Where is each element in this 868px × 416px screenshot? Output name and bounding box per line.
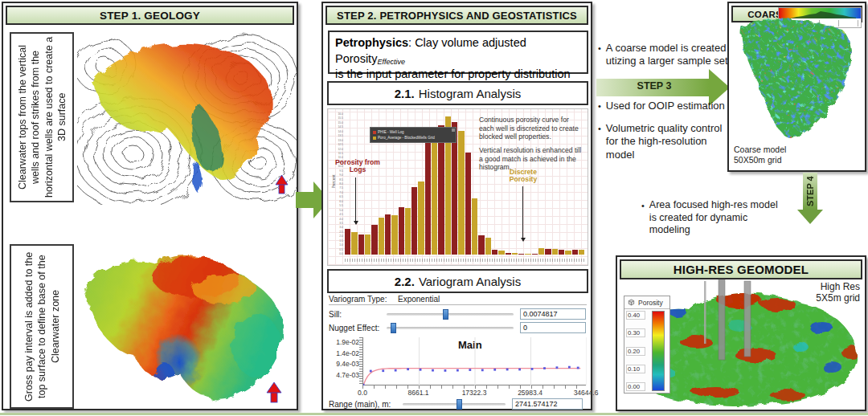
variogram-y-ruler xyxy=(359,337,362,385)
step2-header: STEP 2. PETROPHYSICS AND GEOSTATISTICS xyxy=(326,6,588,25)
tick-label: 13.5 xyxy=(338,134,343,137)
contour-map-image xyxy=(77,30,297,205)
nugget-slider[interactable] xyxy=(387,327,514,329)
step4-bullet: • Area focused high-res model is created… xyxy=(641,199,786,237)
tick-label: 9.4e-03 xyxy=(336,360,359,368)
tick-label: 1.4e-02 xyxy=(336,349,359,357)
histogram-bar xyxy=(532,254,538,255)
variogram-point xyxy=(493,369,496,371)
tick-label: 15.5 xyxy=(338,116,343,120)
section-2-2-title: Variogram Analysis xyxy=(419,275,521,288)
sill-slider[interactable] xyxy=(387,313,514,316)
tick-label: 7.5 xyxy=(339,186,343,190)
highres-header: HIGH-RES GEOMODEL xyxy=(620,259,862,279)
histogram-bar xyxy=(438,125,444,255)
histogram-x-axis xyxy=(345,259,584,262)
histogram-bar xyxy=(358,235,364,255)
range-value-field[interactable]: 2741.574172 xyxy=(512,398,583,410)
tick-label: 4.0 xyxy=(339,218,343,221)
variogram-point xyxy=(531,368,534,370)
histogram-bar xyxy=(525,254,530,255)
histogram-bar xyxy=(518,254,524,255)
variogram-point xyxy=(556,366,559,369)
nugget-slider-handle[interactable] xyxy=(391,323,396,333)
variogram-type-value[interactable]: Exponential xyxy=(398,295,440,304)
histogram-bar xyxy=(418,181,424,255)
bullet-marker: • xyxy=(598,42,601,68)
histogram-bar xyxy=(478,235,484,255)
variogram-type-label: Variogram Type: xyxy=(329,295,398,304)
tick-label: 3.5 xyxy=(339,222,343,225)
porosity-color-scale xyxy=(652,311,665,391)
variogram-point xyxy=(568,366,571,369)
nugget-value-field[interactable]: 0 xyxy=(520,322,586,333)
variogram-x-tick-labels: 0.08661.117322.325983.434644.6 xyxy=(362,389,586,397)
north-arrow-icon xyxy=(276,175,288,194)
histogram-bar xyxy=(458,131,464,255)
sill-slider-handle[interactable] xyxy=(443,309,448,320)
tick-label: 8.0 xyxy=(339,182,343,186)
tick-label: 8.5 xyxy=(339,178,343,181)
step4-arrow: STEP 4 xyxy=(797,173,823,224)
tick-label: 34644.6 xyxy=(574,389,599,397)
tick-label: 4.7e-03 xyxy=(336,371,359,379)
step1-caption-bottom: Gross pay interval is added to the top s… xyxy=(23,246,62,407)
histogram-bar xyxy=(565,251,571,255)
histogram-bar xyxy=(351,232,357,255)
tick-label: 15.0 xyxy=(338,121,343,124)
variogram-point xyxy=(481,369,484,371)
sill-value-field[interactable]: 0.0074817 xyxy=(520,308,586,320)
sill-label: Sill: xyxy=(329,310,387,319)
step1-caption-bottom-box: Gross pay interval is added to the top s… xyxy=(10,244,74,409)
variogram-widget: Variogram Type: Exponential Sill: 0.0074… xyxy=(327,295,588,408)
range-label: Range (main), m: xyxy=(329,400,403,409)
variogram-curve xyxy=(363,337,587,385)
variogram-point xyxy=(577,367,579,369)
variogram-point xyxy=(407,368,409,370)
histogram-bar xyxy=(579,250,584,255)
cube-icon xyxy=(627,298,636,307)
tick-label: 6.5 xyxy=(339,195,343,198)
variogram-point xyxy=(518,369,521,371)
section-2-1-number: 2.1. xyxy=(395,87,415,100)
histogram-chart: Percent 16.015.515.014.514.013.513.012.5… xyxy=(327,108,588,266)
histogram-bar xyxy=(512,253,518,255)
tick-label: 11.5 xyxy=(338,152,343,155)
step1-caption-top-box: Clearwater tops from the vertical wells … xyxy=(10,32,74,202)
legend-entry-blocked: Poro_Average - BlockedWells Grid xyxy=(378,136,435,140)
histogram-bar xyxy=(365,235,371,255)
step3-label: STEP 3 xyxy=(596,80,712,92)
tick-label: 4.5 xyxy=(339,213,343,216)
tick-label: 5.0 xyxy=(339,209,343,212)
tick-label: 13.0 xyxy=(338,139,343,142)
tick-label: 12.0 xyxy=(338,148,343,151)
annotation-porosity-from-logs: Porosity from Logs xyxy=(333,159,383,174)
step4-label: STEP 4 xyxy=(803,173,817,210)
section-2-2-header: 2.2. Variogram Analysis xyxy=(327,269,588,293)
bullet-marker: • xyxy=(641,199,645,237)
step3-bullet-2: • Used for OOIP estimation xyxy=(598,100,735,113)
histogram-legend: PHIE - Well Log Poro_Average - BlockedWe… xyxy=(370,127,457,143)
range-slider-handle[interactable] xyxy=(457,399,462,410)
histogram-bar xyxy=(411,187,417,255)
histogram-bar xyxy=(492,250,497,255)
nugget-label: Nugget Effect: xyxy=(329,324,387,332)
tick-label: 0.5 xyxy=(339,248,343,251)
histogram-bar xyxy=(498,251,504,255)
annotation-arrow-discrete xyxy=(522,186,523,241)
range-slider[interactable] xyxy=(403,403,506,406)
porosity-scale-labels: 0.40 0.30 0.20 0.10 0.00 xyxy=(626,311,645,391)
histogram-note-1: Continuous porosity curve for each well … xyxy=(479,116,583,141)
variogram-point xyxy=(420,369,422,371)
legend-swatch-blocked xyxy=(373,137,376,140)
tick-label: 7.0 xyxy=(339,191,343,194)
variogram-point xyxy=(395,369,397,372)
coarse-model-image xyxy=(731,14,866,153)
porosity-legend-title: Porosity xyxy=(638,299,663,307)
histogram-bar xyxy=(405,208,411,255)
section-2-1-title: Histogram Analysis xyxy=(419,87,522,100)
bullet-marker: • xyxy=(598,122,601,161)
histogram-bar xyxy=(559,250,564,255)
variogram-point xyxy=(382,369,384,372)
tick-label: 25983.4 xyxy=(518,389,542,397)
